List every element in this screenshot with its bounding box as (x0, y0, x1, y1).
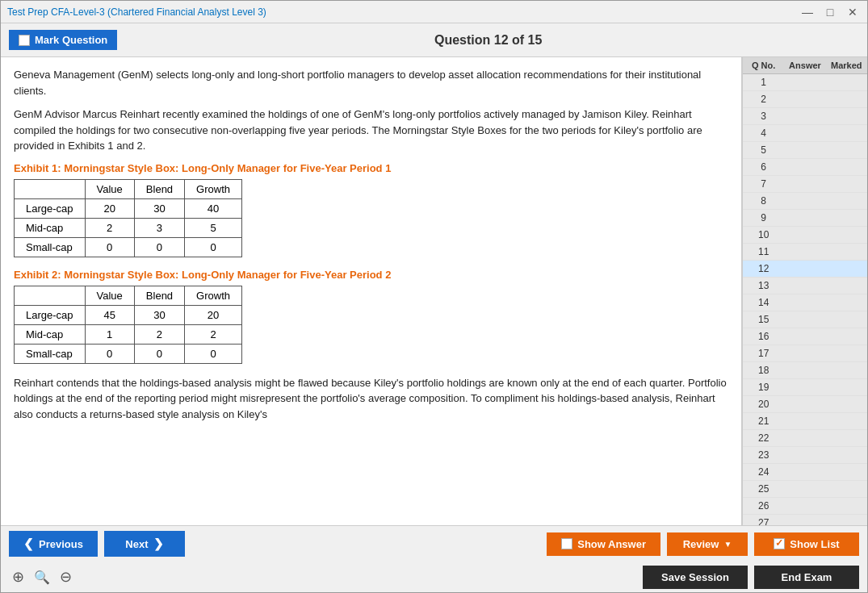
next-button[interactable]: Next ❯ (104, 531, 185, 557)
mark-checkbox-icon (19, 35, 30, 46)
cell: 0 (85, 237, 134, 257)
sidebar-marked (826, 278, 867, 294)
sidebar-item[interactable]: 22 (743, 430, 867, 447)
sidebar-answer (784, 447, 825, 463)
sidebar-header-qno: Q No. (743, 57, 784, 73)
sidebar-answer (784, 464, 825, 480)
sidebar-item[interactable]: 15 (743, 311, 867, 328)
zoom-in-button[interactable]: ⊕ (9, 566, 27, 587)
sidebar-marked (826, 311, 867, 328)
window-controls: — □ ✕ (799, 4, 861, 20)
sidebar-item[interactable]: 12 (743, 261, 867, 278)
exhibit2-header-3: Growth (185, 286, 242, 305)
cell: 0 (85, 344, 134, 363)
sidebar-item[interactable]: 7 (743, 176, 867, 193)
cell: Mid-cap (15, 324, 86, 344)
table-row: Small-cap 0 0 0 (15, 237, 242, 257)
sidebar-scroll[interactable]: 1 2 3 4 5 6 7 8 (743, 74, 867, 525)
sidebar-answer (784, 176, 825, 192)
title-plain: Test Prep (7, 6, 51, 18)
question-area: Geneva Management (GenM) selects long-on… (1, 57, 742, 525)
sidebar-item[interactable]: 11 (743, 244, 867, 261)
sidebar-item[interactable]: 26 (743, 498, 867, 515)
sidebar-marked (826, 261, 867, 277)
sidebar-item[interactable]: 1 (743, 74, 867, 91)
sidebar-item[interactable]: 27 (743, 515, 867, 525)
table-row: Large-cap 20 30 40 (15, 198, 242, 218)
sidebar-answer (784, 74, 825, 90)
sidebar-item[interactable]: 25 (743, 481, 867, 498)
sidebar-answer (784, 91, 825, 107)
table-row: Small-cap 0 0 0 (15, 344, 242, 363)
next-label: Next (125, 538, 148, 550)
mark-question-button[interactable]: Mark Question (9, 30, 117, 50)
sidebar-answer (784, 227, 825, 243)
show-answer-label: Show Answer (577, 538, 646, 550)
sidebar-marked (826, 294, 867, 311)
sidebar-item[interactable]: 21 (743, 413, 867, 430)
main-content: Geneva Management (GenM) selects long-on… (1, 57, 867, 525)
sidebar-item[interactable]: 18 (743, 362, 867, 379)
sidebar-item[interactable]: 8 (743, 193, 867, 210)
cell: Small-cap (15, 344, 86, 363)
sidebar-item[interactable]: 5 (743, 142, 867, 159)
cell: 5 (185, 218, 242, 237)
sidebar-item[interactable]: 24 (743, 464, 867, 481)
table-row: Large-cap 45 30 20 (15, 305, 242, 324)
sidebar-qno: 15 (743, 311, 784, 328)
bottom-row-1: ❮ Previous Next ❯ Show Answer Review ▼ ✓… (1, 526, 867, 562)
sidebar-qno: 23 (743, 447, 784, 463)
sidebar-item[interactable]: 4 (743, 125, 867, 142)
cell: 2 (185, 324, 242, 344)
sidebar-item[interactable]: 9 (743, 210, 867, 227)
sidebar-marked (826, 193, 867, 209)
sidebar-item[interactable]: 20 (743, 396, 867, 413)
sidebar-item[interactable]: 10 (743, 227, 867, 244)
cell: 45 (85, 305, 134, 324)
sidebar-item[interactable]: 6 (743, 159, 867, 176)
exhibit2-header-0 (15, 286, 86, 305)
prev-arrow-icon: ❮ (23, 537, 34, 551)
sidebar-item[interactable]: 19 (743, 379, 867, 396)
maximize-button[interactable]: □ (822, 4, 838, 20)
sidebar-answer (784, 159, 825, 175)
sidebar-answer (784, 413, 825, 429)
sidebar-item[interactable]: 14 (743, 294, 867, 311)
show-list-checkbox-icon: ✓ (774, 538, 785, 549)
sidebar-item[interactable]: 2 (743, 91, 867, 108)
sidebar-item[interactable]: 3 (743, 108, 867, 125)
review-dropdown-icon: ▼ (723, 540, 732, 549)
sidebar-qno: 12 (743, 261, 784, 277)
sidebar-item[interactable]: 13 (743, 278, 867, 294)
titlebar: Test Prep CFA-Level-3 (Chartered Financi… (1, 1, 867, 23)
end-exam-label: End Exam (782, 571, 832, 583)
sidebar-item[interactable]: 16 (743, 328, 867, 345)
bottom-row-2: ⊕ 🔍 ⊖ Save Session End Exam (1, 562, 867, 592)
show-list-label: Show List (790, 538, 839, 550)
sidebar-answer (784, 311, 825, 328)
review-button[interactable]: Review ▼ (667, 532, 748, 556)
sidebar-answer (784, 481, 825, 497)
show-answer-button[interactable]: Show Answer (547, 532, 660, 556)
sidebar-item[interactable]: 23 (743, 447, 867, 464)
save-session-button[interactable]: Save Session (643, 566, 748, 589)
question-list-sidebar: Q No. Answer Marked 1 2 3 4 5 6 (742, 57, 867, 525)
sidebar-marked (826, 227, 867, 243)
zoom-normal-button[interactable]: 🔍 (31, 568, 53, 587)
sidebar-qno: 13 (743, 278, 784, 294)
exhibit2-title: Exhibit 2: Morningstar Style Box: Long-O… (14, 269, 728, 281)
cell: 0 (134, 344, 184, 363)
previous-button[interactable]: ❮ Previous (9, 531, 98, 557)
previous-label: Previous (39, 538, 83, 550)
show-list-button[interactable]: ✓ Show List (754, 532, 859, 556)
sidebar-item[interactable]: 17 (743, 345, 867, 362)
end-exam-button[interactable]: End Exam (754, 566, 859, 589)
close-button[interactable]: ✕ (845, 4, 861, 20)
minimize-button[interactable]: — (799, 4, 816, 20)
sidebar-marked (826, 125, 867, 141)
sidebar-answer (784, 379, 825, 395)
zoom-out-button[interactable]: ⊖ (57, 566, 75, 587)
paragraph-3: Reinhart contends that the holdings-base… (14, 375, 728, 423)
sidebar-answer (784, 244, 825, 260)
bottom-bar: ❮ Previous Next ❯ Show Answer Review ▼ ✓… (1, 525, 867, 592)
